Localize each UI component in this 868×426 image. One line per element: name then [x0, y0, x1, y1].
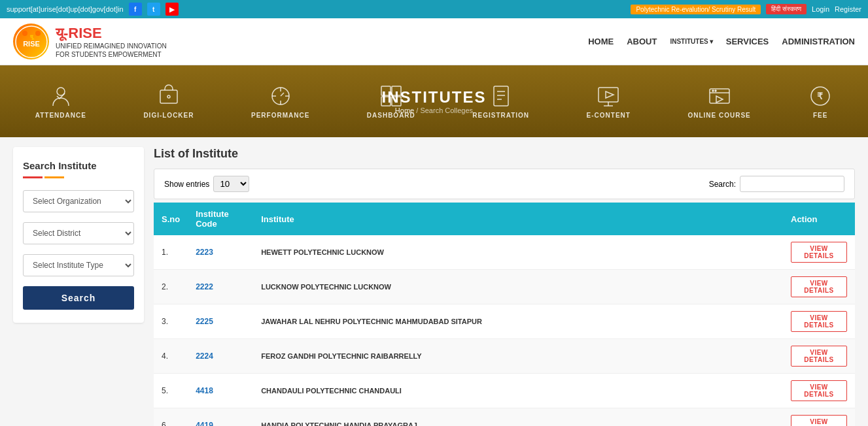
nav-home[interactable]: HOME	[588, 37, 614, 46]
svg-marker-20	[606, 91, 614, 98]
institute-type-select[interactable]: Select Institute Type	[23, 254, 134, 276]
cell-code: 2225	[188, 304, 253, 339]
cell-sno: 6.	[154, 408, 188, 427]
sidebar-underline	[23, 176, 134, 178]
sidebar-title: Search Institute	[23, 160, 134, 171]
top-bar-left: support[at]urise[dot]up[dot]gov[dot]in f…	[7, 3, 179, 16]
logo-icon: यू RISE	[13, 24, 49, 59]
entries-select[interactable]: 10 25 50 100	[213, 176, 249, 192]
view-details-button[interactable]: VIEW DETAILS	[791, 311, 847, 332]
view-details-button[interactable]: VIEW DETAILS	[791, 242, 847, 263]
nav-services[interactable]: SERVICES	[726, 37, 769, 46]
logo-area: यू RISE यू-RISE UNIFIED REIMAGINED INNOV…	[13, 24, 167, 59]
cell-code: 2223	[188, 235, 253, 270]
underline-orange	[44, 176, 64, 178]
search-input[interactable]	[740, 176, 844, 192]
col-header-action: Action	[783, 203, 855, 235]
col-header-institute: Institute	[253, 203, 783, 235]
svg-point-7	[167, 95, 170, 98]
cell-action: VIEW DETAILS	[783, 270, 855, 304]
breadcrumb-current: Search Colleges	[420, 106, 473, 114]
organization-select[interactable]: Select Organization	[23, 190, 134, 212]
table-row: 6. 4419 HANDIA POLYTECHNIC HANDIA PRAYAG…	[154, 408, 855, 427]
svg-marker-24	[716, 96, 723, 103]
cell-action: VIEW DETAILS	[783, 374, 855, 408]
cell-institute: HEWETT POLYTECHNIC LUCKNOW	[253, 235, 783, 270]
brand-name: यू-RISE	[56, 25, 167, 42]
cell-sno: 3.	[154, 304, 188, 339]
hero-banner: ATTENDANCE DIGI-LOCKER PERFORMANCE DASHB…	[0, 65, 868, 137]
cell-code: 4419	[188, 408, 253, 427]
brand-tagline: UNIFIED REIMAGINED INNOVATION FOR STUDEN…	[56, 42, 167, 59]
table-body: 1. 2223 HEWETT POLYTECHNIC LUCKNOW VIEW …	[154, 235, 855, 426]
svg-rect-6	[160, 90, 177, 103]
table-row: 2. 2222 LUCKNOW POLYTECHNIC LUCKNOW VIEW…	[154, 270, 855, 304]
view-details-button[interactable]: VIEW DETAILS	[791, 380, 847, 401]
cell-institute: HANDIA POLYTECHNIC HANDIA PRAYAGRAJ	[253, 408, 783, 427]
hero-center-text: INSTITUTES Home / Search Colleges	[381, 88, 486, 114]
cell-sno: 5.	[154, 374, 188, 408]
table-search: Search:	[709, 176, 844, 192]
table-row: 3. 2225 JAWAHAR LAL NEHRU POLYTECHNIC MA…	[154, 304, 855, 339]
svg-point-4	[35, 31, 41, 36]
search-button[interactable]: Search	[23, 286, 134, 310]
list-area: List of Institute Show entries 10 25 50 …	[154, 147, 855, 426]
top-bar: support[at]urise[dot]up[dot]gov[dot]in f…	[0, 0, 868, 18]
cell-action: VIEW DETAILS	[783, 235, 855, 270]
svg-text:₹: ₹	[817, 91, 824, 101]
svg-rect-17	[599, 88, 618, 102]
col-header-code: Institute Code	[188, 203, 253, 235]
cell-institute: JAWAHAR LAL NEHRU POLYTECHNIC MAHMUDABAD…	[253, 304, 783, 339]
login-button[interactable]: Login	[812, 5, 829, 13]
nav-about[interactable]: ABOUT	[627, 37, 657, 46]
top-bar-right: Polytechnic Re-evalution/ Scrutiny Resul…	[631, 4, 861, 14]
hero-digilocker: DIGI-LOCKER	[143, 84, 194, 119]
svg-point-3	[22, 31, 27, 36]
svg-rect-13	[494, 86, 508, 106]
cell-institute: FEROZ GANDHI POLYTECHNIC RAIBARRELLY	[253, 339, 783, 374]
register-button[interactable]: Register	[835, 5, 861, 13]
nav-administration[interactable]: ADMINISTRATION	[782, 37, 855, 46]
show-entries-label: Show entries	[164, 180, 209, 189]
cell-code: 2222	[188, 270, 253, 304]
hero-performance: PERFORMANCE	[251, 84, 309, 119]
cell-sno: 1.	[154, 235, 188, 270]
underline-red	[23, 176, 43, 178]
cell-sno: 2.	[154, 270, 188, 304]
nav-institutes[interactable]: INSTITUTES▾	[670, 38, 712, 45]
cell-action: VIEW DETAILS	[783, 408, 855, 427]
view-details-button[interactable]: VIEW DETAILS	[791, 276, 847, 297]
view-details-button[interactable]: VIEW DETAILS	[791, 346, 847, 367]
facebook-icon[interactable]: f	[129, 3, 142, 16]
show-entries-control: Show entries 10 25 50 100	[164, 176, 249, 192]
view-details-button[interactable]: VIEW DETAILS	[791, 415, 847, 426]
hindi-version-btn[interactable]: हिंदी संस्करण	[766, 4, 807, 14]
cell-institute: CHANDAULI POLYTECHNIC CHANDAULI	[253, 374, 783, 408]
youtube-icon[interactable]: ▶	[165, 3, 179, 16]
table-header: S.no Institute Code Institute Action	[154, 203, 855, 235]
hero-attendance: ATTENDANCE	[35, 84, 86, 119]
main-content: Search Institute Select Organization Sel…	[0, 137, 868, 426]
search-label: Search:	[709, 180, 736, 189]
main-navigation: HOME ABOUT INSTITUTES▾ SERVICES ADMINIST…	[588, 37, 855, 46]
search-sidebar: Search Institute Select Organization Sel…	[13, 147, 144, 323]
hero-econtent: E-CONTENT	[587, 84, 631, 119]
col-header-sno: S.no	[154, 203, 188, 235]
logo-text: यू-RISE UNIFIED REIMAGINED INNOVATION FO…	[56, 25, 167, 59]
twitter-icon[interactable]: t	[147, 3, 160, 16]
cell-code: 2224	[188, 339, 253, 374]
cell-code: 4418	[188, 374, 253, 408]
breadcrumb-home[interactable]: Home	[395, 106, 414, 114]
district-select[interactable]: Select District	[23, 222, 134, 244]
table-row: 4. 2224 FEROZ GANDHI POLYTECHNIC RAIBARR…	[154, 339, 855, 374]
svg-text:यू: यू	[29, 34, 35, 40]
hero-icons-row: ATTENDANCE DIGI-LOCKER PERFORMANCE DASHB…	[0, 84, 868, 119]
table-row: 1. 2223 HEWETT POLYTECHNIC LUCKNOW VIEW …	[154, 235, 855, 270]
hero-fee: ₹ FEE	[808, 84, 833, 119]
cell-sno: 4.	[154, 339, 188, 374]
email-text: support[at]urise[dot]up[dot]gov[dot]in	[7, 5, 124, 13]
cell-institute: LUCKNOW POLYTECHNIC LUCKNOW	[253, 270, 783, 304]
header: यू RISE यू-RISE UNIFIED REIMAGINED INNOV…	[0, 18, 868, 65]
svg-point-23	[715, 90, 716, 91]
list-controls: Show entries 10 25 50 100 Search:	[154, 169, 855, 199]
